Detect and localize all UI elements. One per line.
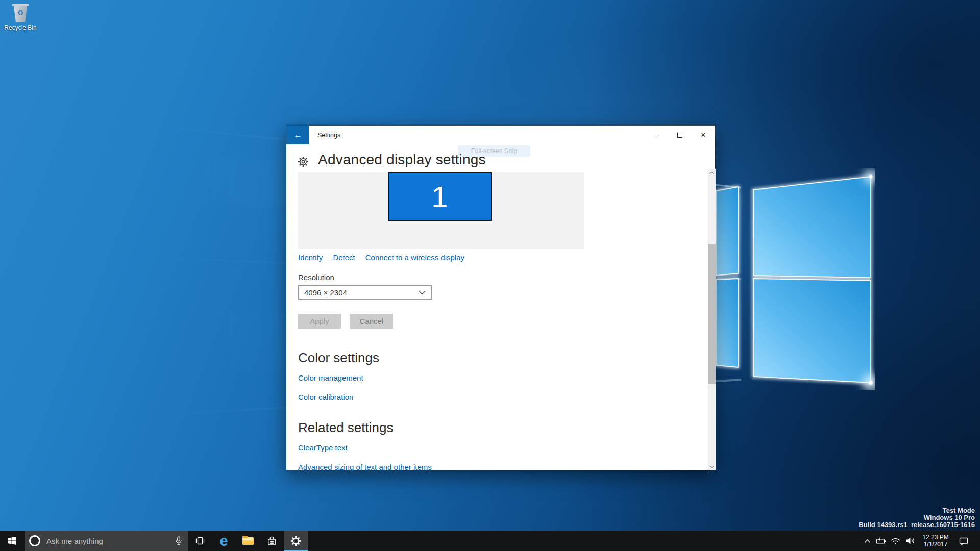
color-management-link[interactable]: Color management bbox=[298, 373, 363, 382]
resolution-label: Resolution bbox=[298, 273, 334, 282]
cancel-button[interactable]: Cancel bbox=[350, 314, 393, 329]
scroll-up-arrow-icon[interactable] bbox=[708, 169, 716, 177]
battery-charging-icon bbox=[876, 537, 887, 545]
window-scrollbar[interactable] bbox=[708, 169, 716, 470]
search-input[interactable] bbox=[46, 537, 175, 545]
watermark-line: Test Mode bbox=[859, 507, 975, 514]
close-icon: ✕ bbox=[701, 131, 706, 139]
task-view-button[interactable] bbox=[188, 531, 212, 551]
taskbar-clock[interactable]: 12:23 PM 1/1/2017 bbox=[918, 534, 953, 548]
connect-wireless-display-link[interactable]: Connect to a wireless display bbox=[365, 253, 464, 262]
minimize-button[interactable] bbox=[645, 126, 668, 144]
settings-window: ← Settings ✕ Full-screen Snip Advanced d… bbox=[286, 125, 715, 470]
store-button[interactable] bbox=[260, 531, 284, 551]
speaker-icon bbox=[905, 537, 915, 545]
window-titlebar[interactable]: ← Settings ✕ bbox=[286, 126, 715, 144]
system-tray: 12:23 PM 1/1/2017 bbox=[861, 531, 980, 551]
wifi-icon bbox=[891, 537, 900, 545]
chevron-up-icon bbox=[864, 539, 871, 543]
battery-status-button[interactable] bbox=[874, 531, 888, 551]
maximize-icon bbox=[677, 133, 682, 138]
color-calibration-link[interactable]: Color calibration bbox=[298, 393, 353, 402]
cleartype-text-link[interactable]: ClearType text bbox=[298, 443, 348, 452]
back-arrow-icon: ← bbox=[293, 130, 302, 140]
cortana-icon[interactable] bbox=[29, 535, 40, 546]
recycle-bin-desktop-icon[interactable]: ♻ Recycle Bin bbox=[4, 4, 37, 31]
clock-date: 1/1/2017 bbox=[918, 541, 953, 548]
network-status-button[interactable] bbox=[888, 531, 902, 551]
file-explorer-button[interactable] bbox=[236, 531, 260, 551]
show-hidden-icons-button[interactable] bbox=[861, 531, 874, 551]
back-button[interactable]: ← bbox=[286, 126, 309, 144]
scrollbar-thumb[interactable] bbox=[708, 244, 716, 384]
settings-gear-taskbar-icon bbox=[290, 536, 301, 546]
page-title: Advanced display settings bbox=[318, 152, 486, 168]
settings-app-button[interactable] bbox=[284, 531, 308, 551]
resolution-dropdown[interactable]: 4096 × 2304 bbox=[298, 285, 432, 300]
color-settings-heading: Color settings bbox=[298, 350, 379, 366]
test-mode-watermark: Test Mode Windows 10 Pro Build 14393.rs1… bbox=[859, 507, 975, 529]
file-explorer-icon bbox=[242, 537, 254, 545]
windows-logo-wallpaper bbox=[712, 168, 875, 390]
detect-link[interactable]: Detect bbox=[333, 253, 355, 262]
action-center-button[interactable] bbox=[953, 531, 974, 551]
apply-button[interactable]: Apply bbox=[298, 314, 341, 329]
display-action-links: Identify Detect Connect to a wireless di… bbox=[298, 253, 464, 262]
chevron-down-icon bbox=[419, 290, 426, 295]
task-view-icon bbox=[195, 536, 205, 545]
scroll-down-arrow-icon[interactable] bbox=[708, 463, 716, 470]
windows-start-icon bbox=[8, 537, 16, 545]
monitor-1-preview[interactable]: 1 bbox=[388, 172, 492, 221]
recycle-bin-icon: ♻ bbox=[4, 4, 37, 22]
edge-browser-button[interactable]: e bbox=[212, 531, 236, 551]
clock-time: 12:23 PM bbox=[918, 534, 953, 541]
window-title: Settings bbox=[317, 132, 340, 139]
settings-gear-icon bbox=[298, 156, 309, 167]
recycle-symbol-icon: ♻ bbox=[13, 8, 28, 17]
related-settings-heading: Related settings bbox=[298, 420, 393, 436]
identify-link[interactable]: Identify bbox=[298, 253, 323, 262]
maximize-button[interactable] bbox=[668, 126, 692, 144]
start-button[interactable] bbox=[0, 531, 24, 551]
monitor-number: 1 bbox=[431, 182, 448, 212]
recycle-bin-label: Recycle Bin bbox=[4, 24, 37, 31]
action-center-icon bbox=[959, 537, 968, 545]
edge-icon: e bbox=[219, 534, 228, 548]
cortana-search-box[interactable] bbox=[24, 531, 188, 551]
display-preview-area: 1 bbox=[298, 172, 584, 249]
close-button[interactable]: ✕ bbox=[692, 126, 715, 144]
advanced-sizing-link[interactable]: Advanced sizing of text and other items bbox=[298, 463, 432, 471]
minimize-icon bbox=[654, 135, 659, 135]
store-bag-icon bbox=[267, 536, 277, 546]
watermark-line: Build 14393.rs1_release.160715-1616 bbox=[859, 521, 975, 529]
resolution-value: 4096 × 2304 bbox=[299, 288, 419, 297]
watermark-line: Windows 10 Pro bbox=[859, 514, 975, 521]
volume-button[interactable] bbox=[902, 531, 918, 551]
microphone-icon[interactable] bbox=[175, 536, 183, 545]
taskbar: e bbox=[0, 531, 980, 551]
